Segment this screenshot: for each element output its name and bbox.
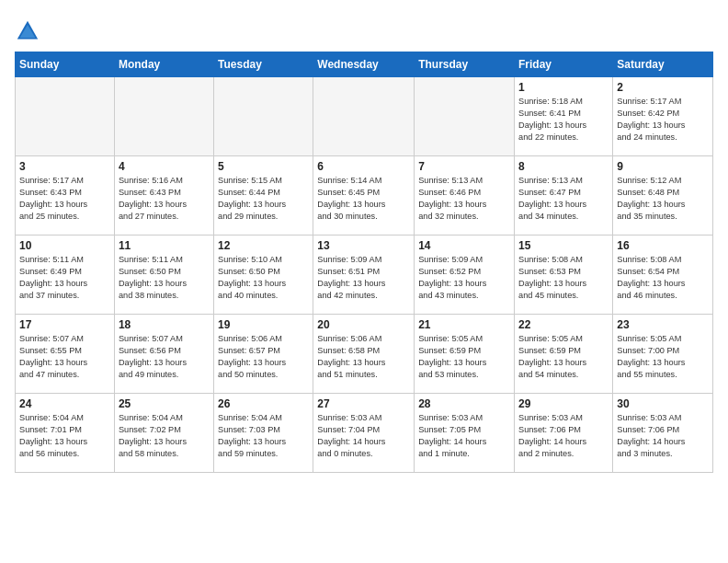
day-info: Sunrise: 5:03 AMSunset: 7:04 PMDaylight:… <box>317 412 410 460</box>
week-row-3: 10Sunrise: 5:11 AMSunset: 6:49 PMDayligh… <box>16 236 713 315</box>
day-info: Sunrise: 5:09 AMSunset: 6:52 PMDaylight:… <box>418 254 510 302</box>
day-info: Sunrise: 5:03 AMSunset: 7:06 PMDaylight:… <box>617 412 709 460</box>
column-header-sunday: Sunday <box>16 52 115 77</box>
day-info: Sunrise: 5:06 AMSunset: 6:58 PMDaylight:… <box>317 333 410 381</box>
calendar-cell: 15Sunrise: 5:08 AMSunset: 6:53 PMDayligh… <box>515 236 613 315</box>
week-row-2: 3Sunrise: 5:17 AMSunset: 6:43 PMDaylight… <box>16 156 713 236</box>
day-info: Sunrise: 5:16 AMSunset: 6:43 PMDaylight:… <box>119 175 210 223</box>
logo-icon <box>15 18 40 44</box>
calendar-cell <box>313 77 415 156</box>
calendar-cell: 7Sunrise: 5:13 AMSunset: 6:46 PMDaylight… <box>415 156 515 236</box>
calendar-cell: 6Sunrise: 5:14 AMSunset: 6:45 PMDaylight… <box>313 156 415 236</box>
day-info: Sunrise: 5:05 AMSunset: 6:59 PMDaylight:… <box>418 333 510 381</box>
column-header-friday: Friday <box>515 52 613 77</box>
day-info: Sunrise: 5:05 AMSunset: 6:59 PMDaylight:… <box>518 333 609 381</box>
day-info: Sunrise: 5:04 AMSunset: 7:02 PMDaylight:… <box>119 412 210 460</box>
calendar-cell: 28Sunrise: 5:03 AMSunset: 7:05 PMDayligh… <box>415 394 515 473</box>
day-number: 29 <box>518 397 609 410</box>
day-number: 16 <box>617 239 709 252</box>
day-info: Sunrise: 5:08 AMSunset: 6:53 PMDaylight:… <box>518 254 609 302</box>
calendar-cell: 17Sunrise: 5:07 AMSunset: 6:55 PMDayligh… <box>16 315 115 394</box>
day-info: Sunrise: 5:06 AMSunset: 6:57 PMDaylight:… <box>218 333 309 381</box>
calendar-cell: 24Sunrise: 5:04 AMSunset: 7:01 PMDayligh… <box>16 394 115 473</box>
calendar-cell <box>114 77 213 156</box>
week-row-5: 24Sunrise: 5:04 AMSunset: 7:01 PMDayligh… <box>16 394 713 473</box>
logo <box>15 18 44 44</box>
calendar-cell: 20Sunrise: 5:06 AMSunset: 6:58 PMDayligh… <box>313 315 415 394</box>
calendar-cell: 12Sunrise: 5:10 AMSunset: 6:50 PMDayligh… <box>214 236 313 315</box>
column-header-thursday: Thursday <box>415 52 515 77</box>
day-number: 27 <box>317 397 410 410</box>
day-info: Sunrise: 5:11 AMSunset: 6:49 PMDaylight:… <box>19 254 110 302</box>
day-number: 14 <box>418 239 510 252</box>
week-row-1: 1Sunrise: 5:18 AMSunset: 6:41 PMDaylight… <box>16 77 713 156</box>
day-number: 28 <box>418 397 510 410</box>
calendar-cell: 8Sunrise: 5:13 AMSunset: 6:47 PMDaylight… <box>515 156 613 236</box>
day-number: 17 <box>19 318 110 331</box>
column-header-wednesday: Wednesday <box>313 52 415 77</box>
day-number: 15 <box>518 239 609 252</box>
day-info: Sunrise: 5:05 AMSunset: 7:00 PMDaylight:… <box>617 333 709 381</box>
day-info: Sunrise: 5:17 AMSunset: 6:43 PMDaylight:… <box>19 175 110 223</box>
day-info: Sunrise: 5:10 AMSunset: 6:50 PMDaylight:… <box>218 254 309 302</box>
day-info: Sunrise: 5:15 AMSunset: 6:44 PMDaylight:… <box>218 175 309 223</box>
calendar-cell: 3Sunrise: 5:17 AMSunset: 6:43 PMDaylight… <box>16 156 115 236</box>
day-number: 5 <box>218 160 309 173</box>
day-number: 8 <box>518 160 609 173</box>
day-info: Sunrise: 5:07 AMSunset: 6:56 PMDaylight:… <box>119 333 210 381</box>
day-number: 7 <box>418 160 510 173</box>
day-number: 4 <box>119 160 210 173</box>
column-header-tuesday: Tuesday <box>214 52 313 77</box>
day-info: Sunrise: 5:13 AMSunset: 6:46 PMDaylight:… <box>418 175 510 223</box>
calendar-cell: 1Sunrise: 5:18 AMSunset: 6:41 PMDaylight… <box>515 77 613 156</box>
calendar-cell: 19Sunrise: 5:06 AMSunset: 6:57 PMDayligh… <box>214 315 313 394</box>
day-number: 1 <box>518 81 609 94</box>
day-info: Sunrise: 5:11 AMSunset: 6:50 PMDaylight:… <box>119 254 210 302</box>
calendar-cell: 21Sunrise: 5:05 AMSunset: 6:59 PMDayligh… <box>415 315 515 394</box>
calendar-cell: 10Sunrise: 5:11 AMSunset: 6:49 PMDayligh… <box>16 236 115 315</box>
calendar-cell: 26Sunrise: 5:04 AMSunset: 7:03 PMDayligh… <box>214 394 313 473</box>
day-info: Sunrise: 5:04 AMSunset: 7:01 PMDaylight:… <box>19 412 110 460</box>
day-info: Sunrise: 5:04 AMSunset: 7:03 PMDaylight:… <box>218 412 309 460</box>
week-row-4: 17Sunrise: 5:07 AMSunset: 6:55 PMDayligh… <box>16 315 713 394</box>
day-info: Sunrise: 5:17 AMSunset: 6:42 PMDaylight:… <box>617 96 709 144</box>
calendar-cell: 4Sunrise: 5:16 AMSunset: 6:43 PMDaylight… <box>114 156 213 236</box>
calendar-cell: 18Sunrise: 5:07 AMSunset: 6:56 PMDayligh… <box>114 315 213 394</box>
day-number: 22 <box>518 318 609 331</box>
calendar-cell: 25Sunrise: 5:04 AMSunset: 7:02 PMDayligh… <box>114 394 213 473</box>
calendar-cell: 14Sunrise: 5:09 AMSunset: 6:52 PMDayligh… <box>415 236 515 315</box>
day-number: 24 <box>19 397 110 410</box>
page-header <box>15 15 713 44</box>
calendar-table: SundayMondayTuesdayWednesdayThursdayFrid… <box>15 52 713 473</box>
calendar-cell: 9Sunrise: 5:12 AMSunset: 6:48 PMDaylight… <box>613 156 713 236</box>
day-info: Sunrise: 5:18 AMSunset: 6:41 PMDaylight:… <box>518 96 609 144</box>
calendar-cell: 23Sunrise: 5:05 AMSunset: 7:00 PMDayligh… <box>613 315 713 394</box>
day-number: 30 <box>617 397 709 410</box>
calendar-header-row: SundayMondayTuesdayWednesdayThursdayFrid… <box>16 52 713 77</box>
day-number: 23 <box>617 318 709 331</box>
day-info: Sunrise: 5:07 AMSunset: 6:55 PMDaylight:… <box>19 333 110 381</box>
calendar-cell <box>214 77 313 156</box>
day-info: Sunrise: 5:08 AMSunset: 6:54 PMDaylight:… <box>617 254 709 302</box>
day-number: 10 <box>19 239 110 252</box>
day-info: Sunrise: 5:09 AMSunset: 6:51 PMDaylight:… <box>317 254 410 302</box>
calendar-cell: 27Sunrise: 5:03 AMSunset: 7:04 PMDayligh… <box>313 394 415 473</box>
day-number: 25 <box>119 397 210 410</box>
calendar-cell: 22Sunrise: 5:05 AMSunset: 6:59 PMDayligh… <box>515 315 613 394</box>
day-number: 3 <box>19 160 110 173</box>
day-number: 13 <box>317 239 410 252</box>
day-number: 6 <box>317 160 410 173</box>
day-info: Sunrise: 5:14 AMSunset: 6:45 PMDaylight:… <box>317 175 410 223</box>
day-number: 9 <box>617 160 709 173</box>
calendar-cell <box>415 77 515 156</box>
calendar-cell: 29Sunrise: 5:03 AMSunset: 7:06 PMDayligh… <box>515 394 613 473</box>
day-number: 18 <box>119 318 210 331</box>
day-info: Sunrise: 5:13 AMSunset: 6:47 PMDaylight:… <box>518 175 609 223</box>
calendar-cell: 5Sunrise: 5:15 AMSunset: 6:44 PMDaylight… <box>214 156 313 236</box>
day-number: 21 <box>418 318 510 331</box>
day-info: Sunrise: 5:03 AMSunset: 7:06 PMDaylight:… <box>518 412 609 460</box>
day-number: 11 <box>119 239 210 252</box>
calendar-cell: 11Sunrise: 5:11 AMSunset: 6:50 PMDayligh… <box>114 236 213 315</box>
day-info: Sunrise: 5:03 AMSunset: 7:05 PMDaylight:… <box>418 412 510 460</box>
column-header-saturday: Saturday <box>613 52 713 77</box>
